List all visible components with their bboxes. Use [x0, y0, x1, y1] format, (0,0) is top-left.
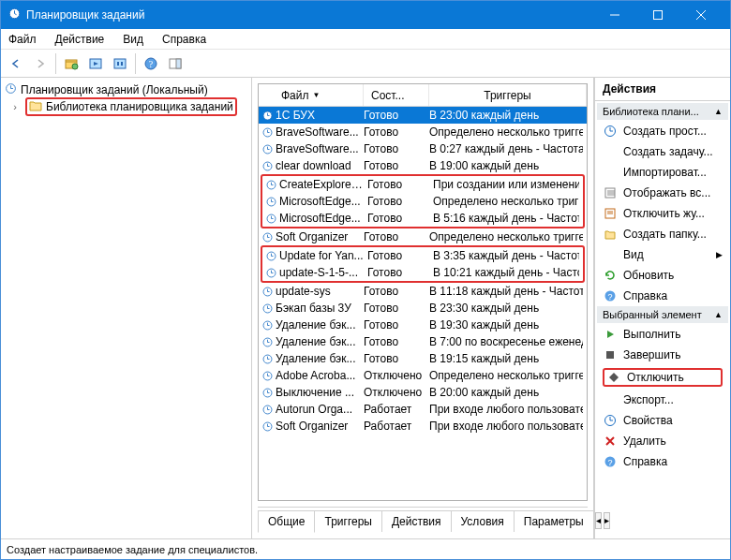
folder-icon	[603, 227, 618, 242]
cell-name: BraveSoftware...	[276, 142, 364, 155]
table-row[interactable]: Удаление бэк...ГотовоВ 19:30 каждый день	[259, 317, 587, 333]
table-row[interactable]: Удаление бэк...ГотовоВ 7:00 по воскресен…	[259, 333, 587, 350]
tab-general[interactable]: Общие	[258, 510, 315, 533]
menu-file[interactable]: Файл	[5, 31, 40, 48]
close-button[interactable]	[679, 1, 723, 29]
cell-trigger: При создании или изменении	[433, 178, 579, 191]
tree-root[interactable]: Планировщик заданий (Локальный)	[3, 81, 249, 98]
svg-text:?: ?	[149, 59, 154, 69]
cell-name: Soft Organizer	[276, 230, 364, 243]
cell-trigger: В 23:30 каждый день	[429, 302, 583, 315]
cell-trigger: В 20:00 каждый день	[429, 386, 583, 399]
action-view[interactable]: Вид▶	[597, 244, 728, 265]
table-row[interactable]: Soft OrganizerРаботаетПри входе любого п…	[259, 418, 587, 435]
clock-icon	[259, 286, 276, 298]
cell-name: update-sys	[276, 285, 364, 298]
action-create-task[interactable]: Создать задачу...	[597, 141, 728, 162]
table-row[interactable]: update-sysГотовоВ 11:18 каждый день - Ча…	[259, 283, 587, 300]
cell-trigger: В 3:35 каждый день - Частота п	[433, 249, 579, 262]
tree-library[interactable]: › Библиотека планировщика заданий	[3, 98, 249, 115]
table-row[interactable]: Soft OrganizerГотовоОпределено несколько…	[259, 228, 587, 245]
cell-name: 1С БУХ	[276, 109, 364, 122]
cell-trigger: Определено несколько тригге	[433, 195, 579, 208]
menu-action[interactable]: Действие	[52, 31, 109, 48]
clock-icon	[262, 267, 279, 279]
table-row[interactable]: Adobe Acroba...ОтключеноОпределено неско…	[259, 367, 587, 384]
table-row[interactable]: Удаление бэк...ГотовоВ 19:15 каждый день	[259, 350, 587, 367]
table-row[interactable]: BraveSoftware...ГотовоВ 0:27 каждый день…	[259, 140, 587, 157]
header-trigger[interactable]: Триггеры	[429, 84, 587, 106]
actions-title: Действия	[595, 78, 730, 101]
table-row[interactable]: 1С БУХГотовоВ 23:00 каждый день	[259, 107, 587, 124]
action-properties[interactable]: Свойства	[597, 410, 728, 431]
table-row[interactable]: Бэкап базы 3УГотовоВ 23:30 каждый день	[259, 300, 587, 317]
status-text: Создает настраиваемое задание для специа…	[7, 544, 258, 555]
clock-icon	[259, 370, 276, 382]
task-icon	[603, 144, 618, 159]
action-delete[interactable]: Удалить	[597, 431, 728, 451]
back-button[interactable]	[5, 52, 27, 75]
action-help-2[interactable]: ?Справка	[597, 451, 728, 472]
clock-icon	[259, 143, 276, 155]
cell-trigger: В 5:16 каждый день - Частота п	[433, 212, 579, 225]
clock-icon	[259, 404, 276, 416]
task-icon	[603, 124, 618, 139]
table-row[interactable]: CreateExplorer...ГотовоПри создании или …	[262, 176, 583, 193]
tab-actions[interactable]: Действия	[381, 510, 452, 532]
action-export[interactable]: Экспорт...	[597, 390, 728, 410]
action-help[interactable]: ?Справка	[597, 286, 728, 306]
action-disable[interactable]: Отключить	[597, 365, 728, 390]
action-end[interactable]: Завершить	[597, 345, 728, 365]
refresh-icon	[603, 268, 618, 283]
help-icon: ?	[603, 288, 618, 303]
task-list[interactable]: Файл▼ Сост... Триггеры 1С БУХГотовоВ 23:…	[258, 83, 588, 501]
menu-view[interactable]: Вид	[119, 31, 147, 48]
titlebar: Планировщик заданий	[1, 1, 730, 29]
svg-rect-6	[117, 62, 119, 66]
action-new-folder[interactable]: Создать папку...	[597, 224, 728, 244]
center-pane: Файл▼ Сост... Триггеры 1С БУХГотовоВ 23:…	[252, 78, 594, 538]
tab-triggers[interactable]: Триггеры	[314, 510, 382, 532]
table-row[interactable]: update-S-1-5-...ГотовоВ 10:21 каждый ден…	[262, 264, 583, 281]
forward-button[interactable]	[29, 52, 52, 75]
cell-name: Soft Organizer	[276, 420, 364, 433]
cell-trigger: В 11:18 каждый день - Частота	[429, 285, 583, 298]
action-disable-log[interactable]: Отключить жу...	[597, 203, 728, 224]
table-row[interactable]: Autorun Orga...РаботаетПри входе любого …	[259, 401, 587, 418]
statusbar: Создает настраиваемое задание для специа…	[1, 538, 730, 559]
table-row[interactable]: clear downloadГотовоВ 19:00 каждый день	[259, 157, 587, 174]
table-row[interactable]: Update for Yan...ГотовоВ 3:35 каждый ден…	[262, 247, 583, 264]
minimize-button[interactable]	[593, 1, 636, 29]
tab-conditions[interactable]: Условия	[451, 510, 515, 532]
create-task-icon[interactable]	[60, 52, 82, 75]
action-create-basic[interactable]: Создать прост...	[597, 121, 728, 141]
cell-state: Готово	[364, 159, 429, 172]
cell-trigger: Определено несколько тригге	[429, 230, 583, 243]
header-state[interactable]: Сост...	[364, 84, 429, 106]
actions-section-library[interactable]: Библиотека плани...▲	[597, 103, 728, 120]
cell-trigger: В 19:30 каждый день	[429, 318, 583, 332]
action-refresh[interactable]: Обновить	[597, 265, 728, 286]
tab-params[interactable]: Параметры	[514, 510, 594, 532]
expand-icon[interactable]: ›	[8, 101, 22, 112]
menu-help[interactable]: Справка	[158, 31, 210, 48]
help-icon[interactable]: ?	[140, 52, 162, 75]
maximize-button[interactable]	[636, 1, 679, 29]
cell-trigger: В 0:27 каждый день - Частота п	[429, 142, 583, 155]
svg-rect-5	[114, 59, 126, 68]
action-show-all[interactable]: Отображать вс...	[597, 183, 728, 203]
run-task-icon[interactable]	[84, 52, 107, 75]
table-row[interactable]: Выключение ...ОтключеноВ 20:00 каждый де…	[259, 384, 587, 401]
header-file[interactable]: Файл▼	[259, 84, 364, 106]
cell-state: Готово	[367, 266, 433, 279]
clock-icon	[259, 160, 276, 172]
action-import[interactable]: Импортироват...	[597, 162, 728, 183]
show-actions-icon[interactable]	[164, 52, 186, 75]
actions-section-selected[interactable]: Выбранный элемент▲	[597, 306, 728, 323]
table-row[interactable]: MicrosoftEdge...ГотовоОпределено несколь…	[262, 193, 583, 210]
clock-icon	[5, 82, 17, 97]
disable-task-icon[interactable]	[109, 52, 131, 75]
table-row[interactable]: MicrosoftEdge...ГотовоВ 5:16 каждый день…	[262, 210, 583, 227]
action-run[interactable]: Выполнить	[597, 324, 728, 345]
table-row[interactable]: BraveSoftware...ГотовоОпределено несколь…	[259, 124, 587, 140]
